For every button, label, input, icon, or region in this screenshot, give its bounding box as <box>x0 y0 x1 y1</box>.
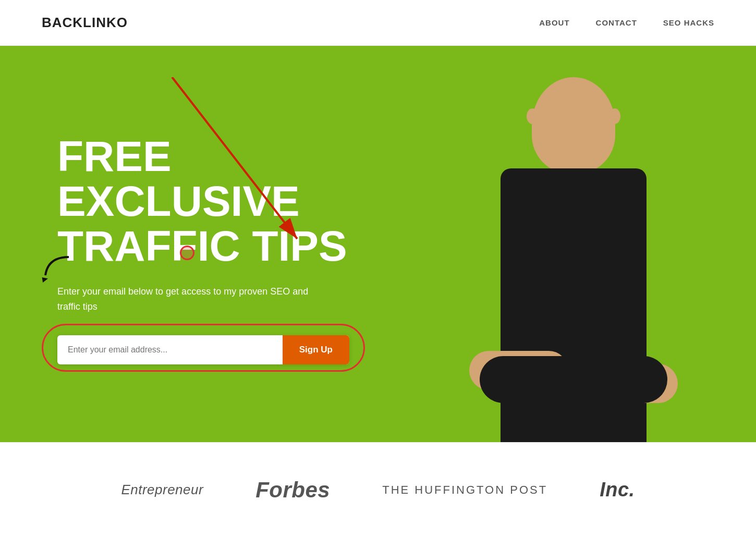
email-form: Sign Up <box>57 335 349 364</box>
press-logo-huffpost: THE HUFFINGTON POST <box>382 483 547 497</box>
person-head <box>532 77 615 174</box>
person-body <box>501 168 647 442</box>
press-section: Entrepreneur Forbes THE HUFFINGTON POST … <box>0 442 756 537</box>
press-logo-entrepreneur: Entrepreneur <box>121 482 203 498</box>
signup-button[interactable]: Sign Up <box>283 335 349 364</box>
header: BACKLINKO ABOUT CONTACT SEO HACKS <box>0 0 756 46</box>
logo[interactable]: BACKLINKO <box>42 15 128 31</box>
email-input[interactable] <box>57 336 283 364</box>
hero-person <box>417 46 756 442</box>
press-logo-inc: Inc. <box>600 479 635 501</box>
hero-title: FREE EXCLUSIVE TRAFFIC TIPS <box>57 134 412 268</box>
hero-subtitle: Enter your email below to get access to … <box>57 284 318 314</box>
nav-about[interactable]: ABOUT <box>539 18 569 27</box>
person-arms-overlay <box>480 356 667 403</box>
hero-content: FREE EXCLUSIVE TRAFFIC TIPS Enter your e… <box>0 124 412 364</box>
navigation: ABOUT CONTACT SEO HACKS <box>539 18 714 27</box>
email-form-wrapper: Sign Up <box>57 335 412 364</box>
hero-section: FREE EXCLUSIVE TRAFFIC TIPS Enter your e… <box>0 46 756 442</box>
press-logo-forbes: Forbes <box>255 478 330 503</box>
nav-seo-hacks[interactable]: SEO HACKS <box>663 18 714 27</box>
nav-contact[interactable]: CONTACT <box>596 18 637 27</box>
person-illustration <box>422 67 725 442</box>
